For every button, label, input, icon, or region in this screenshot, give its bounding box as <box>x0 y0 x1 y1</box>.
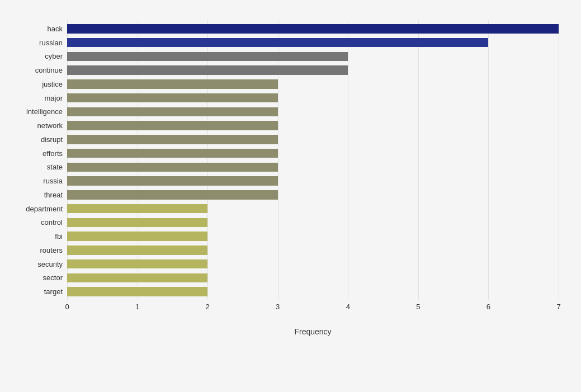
bar-label: routers <box>40 246 63 254</box>
bars-container: hackrussiancybercontinuejusticemajorinte… <box>67 20 559 300</box>
bar-row: russian <box>67 36 559 49</box>
bar-row: state <box>67 161 559 174</box>
bar <box>67 107 278 116</box>
bar-label: network <box>37 121 63 130</box>
bar-label: cyber <box>45 52 63 60</box>
bar-label: target <box>44 287 63 296</box>
bar-row: control <box>67 216 559 229</box>
x-tick: 3 <box>276 303 280 311</box>
bar-label: efforts <box>42 149 63 158</box>
bar-label: security <box>37 260 63 268</box>
bar <box>67 24 559 33</box>
bar-row: fbi <box>67 230 559 243</box>
bar-row: russia <box>67 174 559 187</box>
bar <box>67 287 207 296</box>
chart-container: hackrussiancybercontinuejusticemajorinte… <box>0 0 581 392</box>
bar-row: threat <box>67 188 559 201</box>
bar <box>67 218 207 227</box>
x-tick: 0 <box>65 303 69 311</box>
bar <box>67 232 207 240</box>
bar-row: efforts <box>67 147 559 160</box>
bar-row: network <box>67 119 559 132</box>
bar <box>67 135 278 144</box>
bar-row: cyber <box>67 50 559 63</box>
bar <box>67 93 278 102</box>
bar <box>67 79 278 88</box>
bar-row: major <box>67 92 559 105</box>
grid-line <box>559 20 559 300</box>
x-tick: 2 <box>206 303 210 311</box>
bar-label: state <box>47 163 63 171</box>
bar <box>67 163 278 172</box>
bar <box>67 259 207 268</box>
plot-area: hackrussiancybercontinuejusticemajorinte… <box>67 20 559 323</box>
bar <box>67 204 207 213</box>
bar-row: justice <box>67 78 559 91</box>
bar-label: justice <box>42 80 63 88</box>
bar-label: control <box>41 218 63 226</box>
x-axis: 01234567Frequency <box>67 300 559 323</box>
x-tick: 6 <box>486 303 490 311</box>
bar-row: department <box>67 202 559 215</box>
x-tick: 1 <box>135 303 139 311</box>
bar <box>67 245 207 254</box>
bar-label: russian <box>39 39 63 47</box>
bar <box>67 273 207 282</box>
bar-row: sector <box>67 272 559 285</box>
bar-label: russia <box>43 177 63 185</box>
bar-label: major <box>44 94 63 102</box>
bar-label: sector <box>43 273 63 282</box>
bar <box>67 176 278 185</box>
bar <box>67 190 278 199</box>
bar-row: target <box>67 285 559 298</box>
x-tick: 7 <box>556 303 560 311</box>
bar-label: intelligence <box>26 107 63 116</box>
bar <box>67 65 348 74</box>
bar <box>67 149 278 158</box>
bar <box>67 121 278 130</box>
bar-row: continue <box>67 64 559 77</box>
bar-row: intelligence <box>67 106 559 119</box>
bar-row: disrupt <box>67 133 559 146</box>
bar-label: fbi <box>55 232 63 240</box>
bar-label: continue <box>35 66 63 74</box>
bar-label: disrupt <box>41 135 63 144</box>
bar-label: hack <box>48 25 63 33</box>
bar <box>67 52 348 61</box>
bar-row: security <box>67 258 559 271</box>
bar <box>67 38 488 47</box>
bar-row: hack <box>67 22 559 35</box>
bar-label: department <box>26 205 63 213</box>
x-tick: 5 <box>416 303 420 311</box>
x-tick: 4 <box>346 303 350 311</box>
x-axis-label: Frequency <box>294 327 331 336</box>
bar-label: threat <box>44 191 63 199</box>
bar-row: routers <box>67 244 559 257</box>
